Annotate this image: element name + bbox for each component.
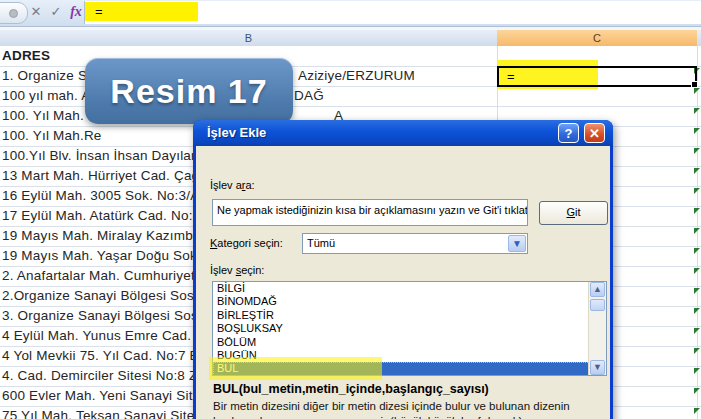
- scroll-down-icon[interactable]: ▼: [590, 360, 605, 375]
- fill-handle[interactable]: [691, 81, 698, 88]
- function-item[interactable]: BOŞLUKSAY: [213, 322, 606, 335]
- function-item[interactable]: BÖLÜM: [213, 336, 606, 349]
- search-input[interactable]: Ne yapmak istediğinizin kısa bir açıklam…: [212, 199, 528, 226]
- selection-highlight: [209, 357, 382, 380]
- insert-function-dialog: İşlev Ekle ? ✕ İşlev ara: Ne yapmak iste…: [193, 120, 613, 419]
- function-description: Bir metin dizesini diğer bir metin dizes…: [213, 399, 595, 419]
- close-icon[interactable]: ✕: [584, 123, 605, 143]
- column-header-c[interactable]: C: [497, 30, 698, 46]
- column-headers: B C: [0, 30, 701, 47]
- enter-icon[interactable]: ✓: [46, 1, 66, 23]
- scrollbar[interactable]: ▲ ▼: [588, 282, 606, 375]
- cell-text: 16 Eylül Mah. 3005 Sok. No:3/A: [2, 188, 199, 203]
- cell-text: ADRES: [2, 48, 50, 63]
- cell-text-right: DAĞ: [294, 88, 324, 103]
- cell-text: 100. Yıl Mah. 1: [2, 108, 96, 123]
- cell-text-right: Aziziye/ERZURUM: [298, 68, 415, 83]
- cell-text: 1. Organize Sa: [2, 68, 95, 83]
- cell-text: 3. Organize Sanayi Bölgesi Sosy: [2, 308, 205, 323]
- function-item[interactable]: BİRLEŞTİR: [213, 309, 606, 322]
- name-box-dot-icon: [9, 9, 18, 18]
- excel-window: ✕ ✓ fx = B C ADRES1. Organize SaAziziye/…: [0, 0, 701, 419]
- formula-input[interactable]: =: [84, 1, 701, 24]
- cell-text: 4 Eylül Mah. Yunus Emre Cad. N: [2, 328, 205, 343]
- go-button[interactable]: Git: [539, 201, 608, 225]
- scroll-up-icon[interactable]: ▲: [590, 282, 605, 297]
- cell-text: 100.Yıl Blv. İnsan İhsan Dayılar A: [2, 148, 208, 163]
- cell-text: 17 Eylül Mah. Atatürk Cad. No:8: [2, 208, 200, 223]
- active-cell-c2[interactable]: [497, 66, 697, 87]
- formula-bar: ✕ ✓ fx =: [0, 0, 701, 27]
- help-icon[interactable]: ?: [558, 123, 579, 143]
- dialog-body: İşlev ara: Ne yapmak istediğinizin kısa …: [196, 146, 610, 419]
- name-box-edge: [0, 2, 28, 24]
- cell-text: 100. Yıl Mah.Re: [2, 128, 102, 143]
- cancel-icon[interactable]: ✕: [26, 1, 46, 23]
- cell-text: 600 Evler Mah. Yeni Sanayi Sit.1: [2, 388, 204, 403]
- search-label: İşlev ara:: [210, 179, 255, 191]
- cell-text: 13 Mart Mah. Hürriyet Cad. Çağa: [2, 168, 207, 183]
- active-cell-value: =: [507, 69, 515, 84]
- category-select[interactable]: Tümü ▼: [302, 233, 528, 254]
- cell-text: 2. Anafartalar Mah. Cumhuriyet: [2, 268, 195, 283]
- dialog-title[interactable]: İşlev Ekle: [193, 120, 613, 146]
- select-function-label: İşlev seçin:: [210, 264, 264, 276]
- resim-badge-label: Resim 17: [110, 72, 267, 111]
- category-label: Kategori seçin:: [210, 237, 283, 249]
- insert-function-icon[interactable]: fx: [66, 1, 86, 23]
- scroll-thumb[interactable]: [590, 299, 605, 311]
- cell-text: 19 Mayıs Mah. Miralay Kazımbey: [2, 228, 208, 243]
- chevron-down-icon[interactable]: ▼: [508, 235, 526, 252]
- cell-text: 100 yıl mah. Ad: [2, 88, 98, 103]
- resim-badge: Resim 17: [85, 58, 293, 124]
- function-item[interactable]: BİNOMDAĞ: [213, 295, 606, 308]
- function-item[interactable]: BİLGİ: [213, 282, 606, 295]
- cell-text: 4. Cad. Demirciler Sitesi No:8 Ze: [2, 368, 205, 383]
- category-value: Tümü: [307, 237, 335, 249]
- function-signature: BUL(bul_metin,metin_içinde,başlangıç_say…: [213, 382, 489, 396]
- formula-value: =: [95, 4, 103, 19]
- column-header-b[interactable]: B: [0, 30, 498, 46]
- cell-text: 4 Yol Mevkii 75. Yıl Cad. No:7 Bo: [2, 348, 206, 363]
- column-header-d[interactable]: [697, 30, 701, 46]
- cell-text: 75 Yıl Mah. Teksan Sanayi Sitesi: [2, 408, 205, 419]
- cell-text: 19 Mayıs Mah. Yaşar Doğu Sok. Ç: [2, 248, 215, 263]
- cell-text: 2.Organize Sanayi Bölgesi Sosya: [2, 288, 209, 303]
